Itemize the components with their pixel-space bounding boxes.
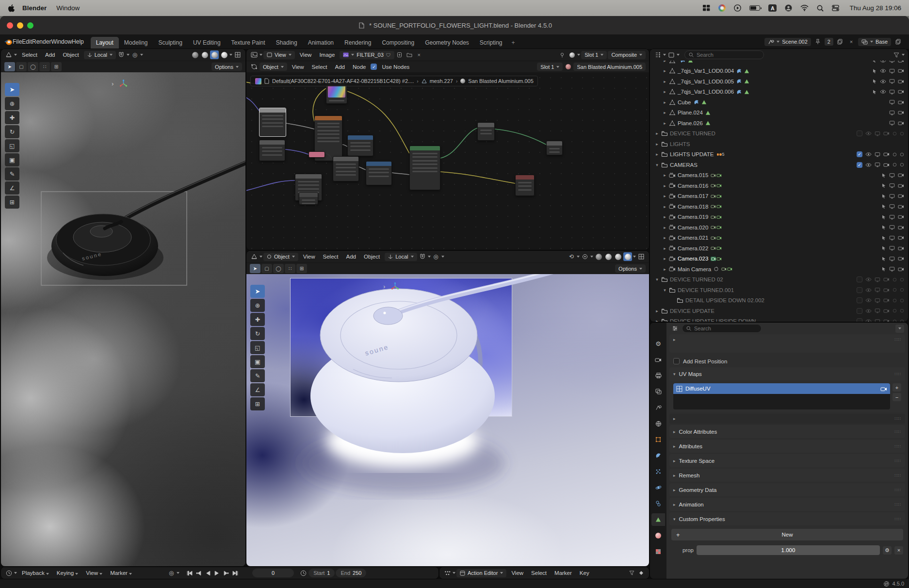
outliner-search-input[interactable] [697,52,760,58]
editor-type-icon[interactable] [4,50,13,59]
cam-toggle-icon[interactable] [883,319,890,322]
outliner-item-name[interactable]: Camera.021 [678,235,708,241]
display-mode-icon[interactable] [667,50,676,59]
image-datablock[interactable]: FILTER_03 🛡 [340,51,394,59]
proportional-edit-icon[interactable]: ◎ [130,50,139,59]
outliner-item-name[interactable]: DEVICE TURNED 02 [670,277,723,282]
outliner-row[interactable]: ▾CAMERAS✓ [650,160,908,170]
add-uv-map-button[interactable]: + [893,383,901,392]
frame-start-field[interactable]: Start1 [308,569,335,577]
workspace-tab-modeling[interactable]: Modeling [119,37,153,49]
shader-node[interactable] [409,146,440,190]
viewport-render-menu-add[interactable]: Add [342,253,359,261]
node-canvas[interactable]: Default(AF30C822-E701-4A27-AF42-0B2215B1… [246,72,649,250]
cam-toggle-icon[interactable] [898,68,904,73]
shading-wireframe-icon[interactable] [594,252,603,261]
search-icon[interactable] [817,4,824,12]
expand-icon[interactable]: ▸ [662,256,668,261]
viewport-3d-canvas[interactable]: soune ➤⊕✚↻◱▣✎∠⊞ › [1,72,245,566]
active-tool-gizmo-icon[interactable] [391,282,399,291]
dot-toggle-icon[interactable] [900,131,904,136]
control-center-icon[interactable] [832,4,839,12]
properties-tab-output[interactable] [651,369,665,382]
cam-toggle-icon[interactable] [898,204,904,209]
outliner-item-name[interactable]: DEVICE TURNED [670,131,715,136]
outliner-item-name[interactable]: DEVICE UPDATE UPSIDE DOWN [670,318,756,322]
eye-toggle-icon[interactable] [865,277,872,282]
shader-editor-menu-add[interactable]: Add [331,63,348,71]
expand-icon[interactable]: ▸ [662,79,668,84]
panel-geometry-data[interactable]: ▸Geometry Data∷∷ [669,483,905,496]
shading-rendered-icon[interactable] [220,50,228,59]
properties-tab-scene[interactable] [651,401,665,414]
outliner-item-name[interactable]: _7qjs_Var1_LOD0.006 [678,89,734,95]
keyframe-icon[interactable] [637,569,646,577]
pointer-toggle-icon[interactable] [881,183,886,188]
outliner-row[interactable]: DETAIL UPSIDE DOWN 02.002 [650,295,908,306]
expand-icon[interactable]: ▸ [654,131,660,136]
remove-uv-map-button[interactable]: − [893,393,901,401]
dot-toggle-icon[interactable] [893,278,897,282]
viewport-overlay-icon[interactable] [637,252,646,261]
monitor-toggle-icon[interactable] [889,194,895,199]
dot-toggle-icon[interactable] [893,131,897,136]
select-mode-button-2[interactable]: ◯ [28,62,38,71]
dot-toggle-icon[interactable] [893,152,897,157]
play-button[interactable] [214,571,220,576]
topbar-menu-window[interactable]: Window [51,38,72,45]
pointer-toggle-icon[interactable] [881,194,886,199]
uv-maps-panel-header[interactable]: ▾ UV Maps ∷∷ [669,367,905,380]
select-box-tool[interactable]: ➤ [5,83,19,96]
wifi-icon[interactable] [800,4,809,12]
transform-tool[interactable]: ▣ [250,355,265,368]
panel-animation[interactable]: ▸Animation∷∷ [669,498,905,511]
cursor-tool[interactable]: ⊕ [5,97,19,110]
rotate-tool[interactable]: ↻ [5,125,19,138]
outliner-item-name[interactable]: Camera.015 [678,172,708,178]
cam-toggle-icon[interactable] [898,100,904,105]
shader-node[interactable] [308,151,325,158]
cam-toggle-icon[interactable] [898,121,904,126]
timeline-menu-view[interactable]: View [82,569,106,577]
eye-toggle-icon[interactable] [865,131,872,136]
scene-selector[interactable]: Scene.002 [764,38,811,46]
monitor-toggle-icon[interactable] [875,287,880,293]
monitor-toggle-icon[interactable] [889,214,895,220]
cam-toggle-icon[interactable] [898,214,904,219]
pointer-toggle-icon[interactable] [872,79,877,84]
browser-icon[interactable] [718,4,726,12]
outliner-item-name[interactable]: LIGHTS UPDATE [670,151,714,157]
jump-to-start-button[interactable] [186,571,193,576]
dopesheet-menu-key[interactable]: Key [576,569,593,577]
expand-icon[interactable]: ▾ [662,288,668,293]
expand-icon[interactable]: ▸ [662,225,668,230]
viewport-3d-menu-add[interactable]: Add [41,51,59,59]
blender-logo-icon[interactable] [4,37,13,46]
use-nodes-checkbox[interactable]: ✓ [371,64,377,70]
pointer-toggle-icon[interactable] [881,204,886,209]
monitor-toggle-icon[interactable] [889,183,895,188]
annotate-tool[interactable]: ✎ [250,369,265,382]
outliner-item-name[interactable]: Camera.018 [678,204,708,210]
menubar-app-name[interactable]: Blender [22,4,47,12]
dot-toggle-icon[interactable] [893,288,897,292]
window-manager-icon[interactable] [703,4,710,12]
outliner-item-name[interactable]: DETAIL UPSIDE DOWN 02.002 [685,297,764,303]
properties-tab-material[interactable] [651,529,665,542]
uv-map-list[interactable]: DiffuseUV [673,383,890,409]
transform-orientation-dropdown[interactable]: Local [84,51,116,59]
new-property-button[interactable]: + New [671,529,903,540]
shading-rendered-icon[interactable] [623,252,632,261]
breadcrumb-root[interactable]: Default(AF30C822-E701-4A27-AF42-0B2215B1… [272,78,414,84]
shader-node[interactable] [259,140,285,161]
monitor-toggle-icon[interactable] [889,173,895,178]
snap-magnet-icon[interactable] [418,252,427,261]
outliner-item-name[interactable]: Camera.022 [678,245,708,251]
outliner-row[interactable]: ▸Cube [650,97,908,108]
outliner-item-name[interactable]: Main Camera [678,266,711,272]
select-mode-button-0[interactable]: ➤ [4,62,15,71]
image-editor-icon[interactable] [250,50,259,59]
viewport-overlay-icon[interactable] [233,50,242,59]
frame-end-field[interactable]: End250 [336,569,366,577]
traffic-lights[interactable] [7,16,33,34]
